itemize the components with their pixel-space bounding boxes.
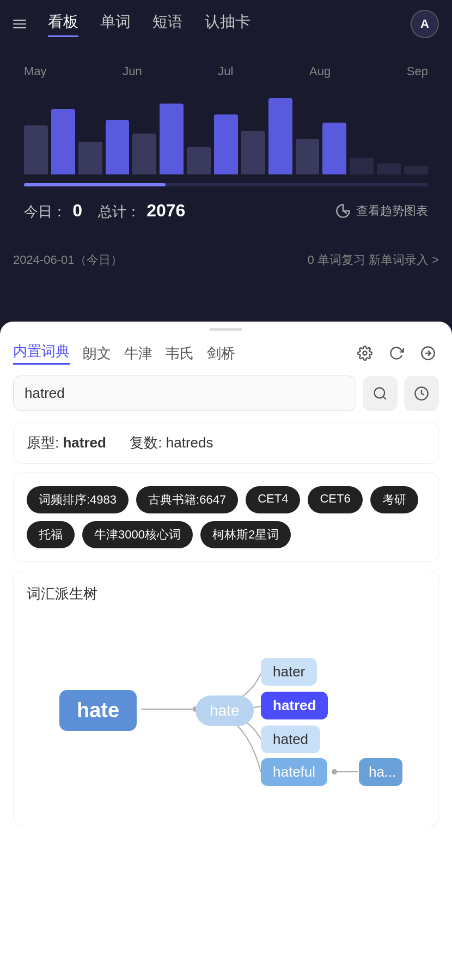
tag-cet6[interactable]: CET6 — [308, 486, 362, 513]
bar-group-jun3 — [160, 104, 184, 174]
total-label: 总计： — [98, 203, 141, 220]
dict-tab-oxford[interactable]: 牛津 — [124, 344, 152, 363]
chart-months: May Jun Jul Aug Sep — [24, 64, 428, 78]
search-input-wrap — [13, 376, 356, 411]
word-tree-title: 词汇派生树 — [27, 584, 425, 603]
dict-tab-list: 内置词典 朗文 牛津 韦氏 剑桥 — [0, 342, 452, 365]
trend-icon — [335, 203, 351, 219]
bar-group-jul2 — [214, 114, 238, 174]
tags-wrap: 词频排序:4983 古典书籍:6647 CET4 CET6 考研 托福 牛津30… — [27, 486, 425, 548]
stats-left: 今日： 0 总计： 2076 — [24, 201, 185, 221]
month-jun: Jun — [123, 64, 142, 78]
bar-group-jun2 — [132, 134, 156, 174]
bar-sep-3 — [404, 166, 428, 174]
bar-group-may3 — [78, 142, 102, 174]
prototype-value: hatred — [63, 434, 106, 451]
search-input[interactable] — [13, 376, 356, 411]
history-icon — [414, 386, 429, 401]
progress-fill — [24, 183, 166, 186]
dict-tab-builtin[interactable]: 内置词典 — [13, 342, 70, 365]
history-button[interactable] — [404, 376, 439, 411]
bottom-sheet: 内置词典 朗文 牛津 韦氏 剑桥 — [0, 322, 452, 980]
bar-group-aug3 — [322, 123, 346, 174]
tree-node-ha[interactable]: ha... — [359, 758, 402, 786]
month-jul: Jul — [218, 64, 233, 78]
word-tree-card: 词汇派生树 hate — [13, 571, 439, 826]
nav-tab-phrases[interactable]: 短语 — [152, 11, 183, 37]
tags-card: 词频排序:4983 古典书籍:6647 CET4 CET6 考研 托福 牛津30… — [13, 473, 439, 562]
tag-cet4[interactable]: CET4 — [246, 486, 300, 513]
bar-may-2 — [51, 109, 75, 174]
tag-freq[interactable]: 词频排序:4983 — [27, 486, 129, 513]
chart-area: May Jun Jul Aug Sep — [11, 53, 441, 241]
tree-node-hateful[interactable]: hateful — [261, 758, 327, 786]
forward-icon[interactable] — [417, 342, 439, 364]
prototype-label: 原型: — [27, 434, 59, 451]
bar-jul-3 — [241, 131, 265, 174]
bar-group-aug2 — [296, 139, 320, 174]
chart-bars — [24, 87, 428, 174]
date-action[interactable]: 0 单词复习 新单词录入 > — [308, 252, 439, 268]
bar-group-may — [24, 125, 48, 174]
date-text: 2024-06-01（今日） — [13, 252, 123, 268]
bar-aug-2 — [296, 139, 320, 174]
tag-yanjiusheng[interactable]: 考研 — [370, 486, 418, 513]
word-info-card: 原型: hatred 复数: hatreds — [13, 422, 439, 464]
today-value: 0 — [72, 201, 82, 220]
dict-icon-group — [354, 342, 439, 364]
bar-group-sep3 — [404, 166, 428, 174]
nav-tab-kanban[interactable]: 看板 — [48, 11, 78, 37]
trend-label: 查看趋势图表 — [356, 203, 428, 219]
word-info-text: 原型: hatred 复数: hatreds — [27, 433, 425, 452]
bar-jul-1 — [187, 147, 211, 174]
trend-button[interactable]: 查看趋势图表 — [335, 203, 428, 219]
svg-point-0 — [363, 352, 367, 355]
progress-bar — [24, 183, 428, 186]
search-row — [0, 376, 452, 411]
tree-node-hated[interactable]: hated — [261, 725, 320, 753]
bar-group-may2 — [51, 109, 75, 174]
sheet-handle[interactable] — [210, 328, 242, 331]
dict-tab-cambridge[interactable]: 剑桥 — [207, 344, 235, 363]
top-navigation: 看板 单词 短语 认抽卡 A — [0, 0, 452, 48]
tag-toefl[interactable]: 托福 — [27, 521, 75, 548]
tag-collins2[interactable]: 柯林斯2星词 — [200, 521, 291, 548]
bar-group-jun1 — [106, 120, 130, 174]
tree-node-hate-root[interactable]: hate — [59, 690, 137, 731]
plural-label: 复数: — [130, 434, 162, 451]
avatar[interactable]: A — [411, 10, 439, 38]
tree-node-hatred[interactable]: hatred — [261, 692, 328, 719]
nav-tab-words[interactable]: 单词 — [100, 11, 131, 37]
menu-icon[interactable] — [13, 20, 26, 28]
refresh-icon[interactable] — [386, 342, 407, 364]
tree-node-hater[interactable]: hater — [261, 658, 317, 686]
bar-jun-1 — [106, 120, 130, 174]
bar-aug-1 — [268, 98, 292, 174]
month-may: May — [24, 64, 47, 78]
bar-jun-2 — [132, 134, 156, 174]
bar-aug-3 — [322, 123, 346, 174]
nav-tab-cards[interactable]: 认抽卡 — [205, 11, 251, 37]
plural-value: hatreds — [166, 434, 213, 451]
bar-jul-2 — [214, 114, 238, 174]
bar-sep-2 — [377, 164, 401, 174]
dict-tab-webster[interactable]: 韦氏 — [166, 344, 194, 363]
month-sep: Sep — [407, 64, 428, 78]
today-label: 今日： — [24, 203, 66, 220]
bar-group-jul1 — [187, 147, 211, 174]
total-value: 2076 — [146, 201, 185, 220]
bar-may-3 — [78, 142, 102, 174]
tree-node-hate-mid[interactable]: hate — [196, 695, 254, 726]
svg-point-3 — [375, 388, 385, 398]
bar-jun-3 — [160, 104, 184, 174]
dict-tab-longman[interactable]: 朗文 — [83, 344, 111, 363]
search-button[interactable] — [363, 376, 398, 411]
bar-group-sep1 — [350, 158, 374, 174]
settings-icon[interactable] — [354, 342, 376, 364]
tag-oxford3000[interactable]: 牛津3000核心词 — [82, 521, 193, 548]
word-tree-wrapper: hate hate hater hatred hated hateful ha.… — [27, 616, 425, 813]
bar-group-aug1 — [268, 98, 292, 174]
stats-row: 今日： 0 总计： 2076 查看趋势图表 — [24, 192, 428, 230]
date-row: 2024-06-01（今日） 0 单词复习 新单词录入 > — [0, 246, 452, 274]
tag-classical[interactable]: 古典书籍:6647 — [136, 486, 238, 513]
